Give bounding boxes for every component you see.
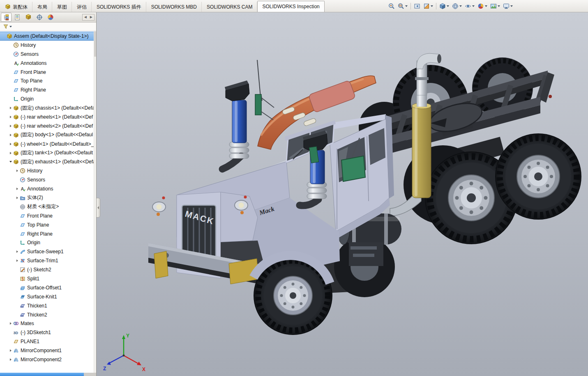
- tree-item[interactable]: (-) wheel<1> (Default<<Default>_: [0, 140, 96, 149]
- tree-filter-button[interactable]: [2, 22, 13, 32]
- scroll-left-button[interactable]: ◀: [83, 14, 88, 20]
- expand-arrow[interactable]: [15, 250, 19, 253]
- view-settings-button[interactable]: [502, 1, 514, 11]
- tree-item[interactable]: (固定) chassis<1> (Default<<Defa: [0, 103, 96, 112]
- tree-item[interactable]: AAnnotations: [0, 184, 96, 193]
- tree-item[interactable]: (固定) tank<1> (Default<<Default: [0, 149, 96, 158]
- panel-flyout-handle[interactable]: [97, 198, 100, 218]
- tree-item[interactable]: Top Plane: [0, 76, 96, 85]
- tree-item-icon-wrap: [13, 42, 19, 48]
- plane-icon: [13, 78, 19, 84]
- ribbon-tab[interactable]: SOLIDWORKS CAM: [202, 2, 257, 12]
- expand-arrow[interactable]: [8, 349, 13, 352]
- tree-item[interactable]: (-) rear wheels<2> (Default<<Def: [0, 122, 96, 131]
- tree-item[interactable]: Thicken1: [0, 301, 96, 310]
- ribbon-tab[interactable]: 评估: [72, 2, 92, 12]
- expand-arrow[interactable]: [8, 161, 13, 163]
- edit-appearance-button[interactable]: [476, 1, 489, 11]
- scrollbar-thumb[interactable]: [0, 373, 84, 376]
- tree-item[interactable]: Surface-Trim1: [0, 256, 96, 265]
- tree-item[interactable]: Thicken2: [0, 310, 96, 319]
- panel-tab-scroller: ◀▶: [82, 14, 95, 21]
- tree-item[interactable]: (固定) exhaust<1> (Default<<Defa: [0, 157, 96, 166]
- expand-arrow[interactable]: [15, 197, 19, 199]
- tree-item[interactable]: Right Plane: [0, 85, 96, 94]
- expand-arrow[interactable]: [8, 125, 13, 127]
- dropdown-caret[interactable]: [447, 5, 449, 7]
- expand-arrow[interactable]: [15, 188, 19, 190]
- zoom-to-fit-icon: [388, 3, 395, 9]
- tree-item[interactable]: 实体(2): [0, 193, 96, 202]
- tree-item[interactable]: 材质 <未指定>: [0, 202, 96, 211]
- tree-item[interactable]: Split1: [0, 274, 96, 283]
- ribbon-tab[interactable]: SOLIDWORKS Inspection: [257, 1, 324, 12]
- tree-item[interactable]: History: [0, 41, 96, 50]
- tree-item[interactable]: MirrorComponent2: [0, 355, 96, 364]
- panel-vertical-scrollbar[interactable]: [94, 31, 96, 373]
- tree-item[interactable]: Sensors: [0, 50, 96, 59]
- view-orientation-button[interactable]: [438, 1, 450, 11]
- tree-root-item[interactable]: Assem (Default<Display State-1>): [0, 32, 96, 41]
- expand-arrow[interactable]: [8, 143, 13, 145]
- expand-arrow[interactable]: [15, 170, 19, 172]
- dropdown-caret[interactable]: [405, 5, 408, 7]
- panel-tab-displaymanager[interactable]: [45, 13, 56, 22]
- dropdown-caret[interactable]: [459, 5, 462, 7]
- scroll-right-button[interactable]: ▶: [88, 14, 94, 20]
- expand-arrow[interactable]: [8, 358, 13, 361]
- ribbon-tab[interactable]: 装配体: [0, 2, 32, 12]
- tree-item[interactable]: Origin: [0, 94, 96, 103]
- tree-item[interactable]: Mates: [0, 319, 96, 328]
- tree-item-label: Surface-Knit1: [27, 294, 57, 300]
- expand-arrow[interactable]: [8, 322, 13, 325]
- dropdown-caret[interactable]: [498, 5, 500, 7]
- expand-arrow[interactable]: [8, 134, 13, 136]
- dropdown-caret[interactable]: [510, 5, 513, 7]
- tree-item[interactable]: Surface-Offset1: [0, 283, 96, 292]
- tree-item[interactable]: Sensors: [0, 175, 96, 184]
- ribbon-tab[interactable]: SOLIDWORKS MBD: [146, 2, 202, 12]
- dropdown-caret[interactable]: [485, 5, 487, 7]
- tree-item[interactable]: MirrorComponent1: [0, 346, 96, 355]
- expand-arrow[interactable]: [8, 107, 13, 109]
- expand-arrow[interactable]: [15, 259, 19, 262]
- tree-item[interactable]: (-) Sketch2: [0, 265, 96, 274]
- tree-item[interactable]: Front Plane: [0, 68, 96, 77]
- ribbon-tab[interactable]: SOLIDWORKS 插件: [92, 2, 146, 12]
- dropdown-caret[interactable]: [431, 5, 433, 7]
- tree-item[interactable]: AAnnotations: [0, 59, 96, 68]
- tree-item[interactable]: History: [0, 166, 96, 175]
- expand-arrow[interactable]: [8, 152, 13, 154]
- tree-item[interactable]: 3D(-) 3DSketch1: [0, 328, 96, 337]
- dropdown-caret[interactable]: [9, 26, 12, 28]
- dropdown-caret[interactable]: [472, 5, 475, 7]
- tree-item-label: 实体(2): [27, 194, 43, 201]
- zoom-to-fit-button[interactable]: [387, 1, 396, 11]
- panel-tab-configurationmanager[interactable]: [23, 13, 34, 22]
- apply-scene-button[interactable]: [489, 1, 501, 11]
- panel-tab-dimxpertmanager[interactable]: [34, 13, 45, 22]
- tree-item[interactable]: PLANE1: [0, 337, 96, 346]
- ribbon-tab[interactable]: 草图: [52, 2, 72, 12]
- tree-item[interactable]: Right Plane: [0, 229, 96, 238]
- panel-tab-featuremanager-design-tree[interactable]: [1, 13, 12, 22]
- previous-view-button[interactable]: [413, 1, 422, 11]
- scrollbar-thumb[interactable]: [94, 31, 96, 57]
- tree-item[interactable]: Surface-Sweep1: [0, 247, 96, 256]
- tree-item[interactable]: Surface-Knit1: [0, 292, 96, 301]
- zoom-to-area-button[interactable]: [397, 1, 409, 11]
- tree-item[interactable]: (固定) body<1> (Default<<Defaul: [0, 131, 96, 140]
- truck-model[interactable]: MACK: [97, 12, 588, 376]
- tree-item[interactable]: Front Plane: [0, 211, 96, 220]
- ribbon-tab[interactable]: 布局: [32, 2, 52, 12]
- hide-show-items-button[interactable]: [463, 1, 476, 11]
- tree-item[interactable]: Origin: [0, 238, 96, 247]
- panel-horizontal-scrollbar[interactable]: [0, 373, 96, 376]
- tree-item[interactable]: (-) rear wheels<1> (Default<<Def: [0, 112, 96, 122]
- section-view-button[interactable]: [422, 1, 434, 11]
- display-style-button[interactable]: [451, 1, 463, 11]
- graphics-viewport[interactable]: MACK: [97, 12, 588, 376]
- panel-tab-propertymanager[interactable]: [12, 13, 23, 22]
- expand-arrow[interactable]: [8, 116, 13, 118]
- tree-item[interactable]: Top Plane: [0, 220, 96, 229]
